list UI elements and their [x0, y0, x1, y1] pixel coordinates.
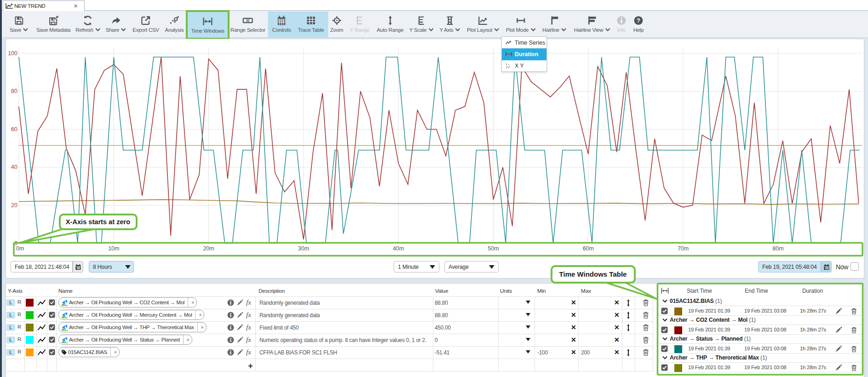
svg-text:?: ? — [637, 17, 640, 24]
